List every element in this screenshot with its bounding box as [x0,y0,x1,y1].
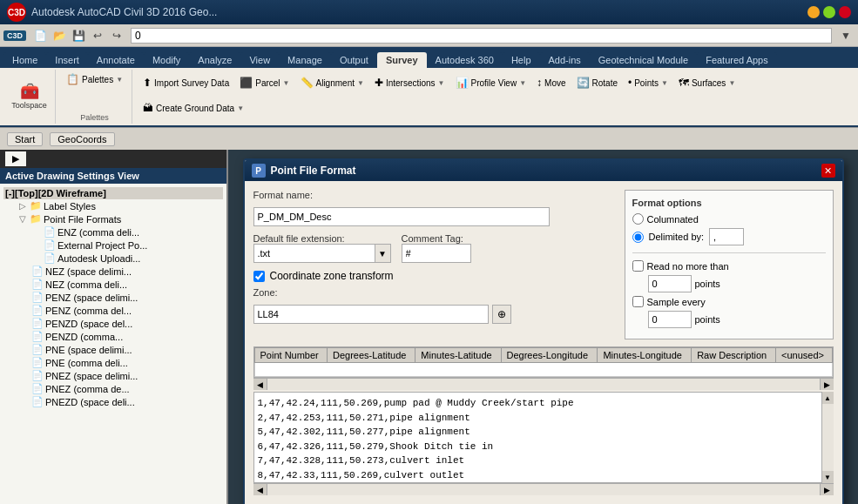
tree-item-pnez-space[interactable]: 📄 PNEZ (space delimi... [3,369,223,382]
ribbon-group-palettes: 📋 Palettes ▼ Palettes [57,70,132,124]
alignment-button[interactable]: 📏 Alignment ▼ [297,75,368,91]
icon-nez-comma: 📄 [31,279,44,290]
label-nez-space: NEZ (space delimi... [45,266,132,277]
ext-dropdown-btn[interactable]: ▼ [375,244,391,263]
save-button[interactable]: 💾 [70,27,87,44]
tab-survey[interactable]: Survey [377,52,427,68]
minimize-button[interactable] [807,6,820,18]
tab-output[interactable]: Output [331,52,377,68]
h-scroll-right-btn[interactable]: ▶ [820,379,834,390]
palettes-button[interactable]: 📋 Palettes ▼ [63,71,126,87]
dropdown-btn[interactable]: ▼ [837,27,855,44]
tree-item-penz-comma[interactable]: 📄 PENZ (comma del... [3,304,223,317]
comment-tag-input[interactable] [402,244,471,263]
maximize-button[interactable] [823,6,835,18]
tree-item-penz-space[interactable]: 📄 PENZ (space delimi... [3,291,223,304]
text-h-scroll[interactable]: ◀ ▶ [253,483,834,495]
tab-addins[interactable]: Add-ins [540,52,590,68]
title-bar-controls[interactable] [807,6,851,18]
text-h-scroll-right[interactable]: ▶ [820,484,834,495]
tree-item-pnezd-space[interactable]: 📄 PNEZD (space deli... [3,395,223,408]
sample-every-input[interactable] [648,311,692,328]
tree-item-nez-space[interactable]: 📄 NEZ (space delimi... [3,265,223,278]
intersections-icon: ✚ [375,77,383,89]
tree-item-external[interactable]: 📄 External Project Po... [3,239,223,252]
start-button[interactable]: Start [7,132,43,146]
tree-item-label-styles[interactable]: ▷ 📁 Label Styles [3,199,223,212]
points-button[interactable]: • Points ▼ [625,75,672,91]
zone-input[interactable] [253,305,489,324]
sample-every-checkbox[interactable] [632,296,644,307]
icon-pne-comma: 📄 [31,357,44,368]
toolspace-button[interactable]: 🧰 Toolspace [9,81,50,112]
rotate-button[interactable]: 🔄 Rotate [573,75,621,91]
tab-geotechnical[interactable]: Geotechnical Module [590,52,697,68]
intersections-label: Intersections [386,78,436,88]
tree-item-point-file-formats[interactable]: ▽ 📁 Point File Formats [3,212,223,225]
read-no-more-checkbox[interactable] [632,260,644,272]
open-button[interactable]: 📂 [51,27,68,44]
v-scroll-down-btn[interactable]: ▼ [822,471,834,483]
tab-manage[interactable]: Manage [279,52,331,68]
table-h-scroll[interactable]: ◀ ▶ [253,378,834,390]
tab-modify[interactable]: Modify [144,52,189,68]
dialog-title-label: Point File Format [271,165,356,177]
v-scroll-track [822,404,834,471]
text-h-scroll-left[interactable]: ◀ [253,484,267,495]
tree-item-pne-space[interactable]: 📄 PNE (space delimi... [3,343,223,356]
parcel-button[interactable]: ⬛ Parcel ▼ [236,75,293,91]
delimited-radio[interactable] [632,232,644,243]
ext-input[interactable] [253,244,375,263]
survey-tool-buttons: ⬆ Import Survey Data ⬛ Parcel ▼ 📏 Alignm… [139,71,849,122]
c3d-badge: C3D [3,30,26,41]
label-penz-space: PENZ (space delimi... [45,292,138,303]
icon-penz-space: 📄 [31,292,44,303]
tree-item-autodesk[interactable]: 📄 Autodesk Uploadi... [3,252,223,265]
tab-autodesk360[interactable]: Autodesk 360 [427,52,503,68]
redo-button[interactable]: ↪ [108,27,125,44]
surfaces-button[interactable]: 🗺 Surfaces ▼ [675,75,739,91]
tab-home[interactable]: Home [3,52,46,68]
tree-item-pne-comma[interactable]: 📄 PNE (comma deli... [3,356,223,369]
tab-help[interactable]: Help [503,52,540,68]
tree-area[interactable]: [-][Top][2D Wireframe] ▷ 📁 Label Styles … [0,184,226,504]
format-name-input[interactable] [253,207,550,226]
tab-insert[interactable]: Insert [46,52,88,68]
tab-annotate[interactable]: Annotate [88,52,144,68]
toolspace-tab-active[interactable]: ▶ [5,151,26,166]
read-no-more-label: Read no more than [647,261,729,272]
undo-button[interactable]: ↩ [89,27,106,44]
dialog-close-button[interactable]: ✕ [821,164,835,178]
move-button[interactable]: ↕ Move [533,75,569,91]
import-survey-button[interactable]: ⬆ Import Survey Data [139,75,233,91]
points-icon: • [628,77,632,89]
points-label: Points [634,78,659,88]
zone-picker-btn[interactable]: ⊕ [492,305,511,324]
read-no-more-input[interactable] [648,275,692,292]
palettes-buttons: 📋 Palettes ▼ [63,71,126,87]
v-scroll-up-btn[interactable]: ▲ [822,392,834,404]
create-ground-button[interactable]: 🏔 Create Ground Data ▼ [139,100,247,116]
command-input-area[interactable]: 0 [131,28,832,44]
profile-view-button[interactable]: 📊 Profile View ▼ [452,75,530,91]
drawing-area[interactable]: P Point File Format ✕ Format name: [228,150,858,504]
text-data-area[interactable]: 1,47,42.24,111,50.269,pump pad @ Muddy C… [253,392,834,483]
intersections-button[interactable]: ✚ Intersections ▼ [371,75,449,91]
geocoords-button[interactable]: GeoCoords [50,132,114,146]
tree-item-enz-comma[interactable]: 📄 ENZ (comma deli... [3,225,223,239]
tree-item-pnez-comma[interactable]: 📄 PNEZ (comma de... [3,382,223,395]
h-scroll-left-btn[interactable]: ◀ [253,379,267,390]
tab-analyze[interactable]: Analyze [189,52,240,68]
new-button[interactable]: 📄 [31,27,49,44]
format-options-title: Format options [632,198,826,208]
tree-item-nez-comma[interactable]: 📄 NEZ (comma deli... [3,278,223,291]
tree-item-penzd-comma[interactable]: 📄 PENZD (comma... [3,330,223,343]
tree-item-penzd-space[interactable]: 📄 PENZD (space del... [3,317,223,330]
delimiter-input[interactable] [709,228,744,245]
tab-view[interactable]: View [240,52,279,68]
tab-featured-apps[interactable]: Featured Apps [697,52,777,68]
close-button[interactable] [839,6,851,18]
columnar-radio[interactable] [632,213,644,225]
coord-zone-checkbox[interactable] [253,271,265,282]
text-v-scroll[interactable]: ▲ ▼ [821,392,834,483]
